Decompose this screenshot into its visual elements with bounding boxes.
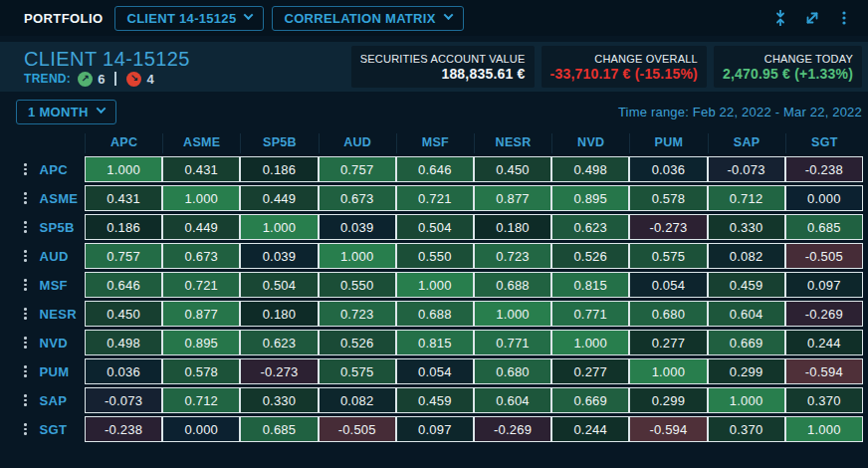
correlation-matrix-table: APCASMESP5BAUDMSFNESRNVDPUMSAPSGT APC1.0… [2, 130, 863, 445]
matrix-row-msf: MSF0.6460.7210.5040.5501.0000.6880.8150.… [2, 272, 863, 298]
matrix-corner-cell [2, 133, 85, 153]
column-header-asme: ASME [162, 133, 240, 153]
correlation-cell-aud-sap: 0.082 [708, 243, 785, 269]
trend-up-icon: ↗ [78, 72, 93, 87]
correlation-cell-nesr-pum: 0.680 [629, 301, 707, 327]
correlation-cell-nvd-nvd: 1.000 [551, 330, 629, 355]
account-stats: SECURITIES ACCOUNT VALUE 188,835.61 € CH… [351, 46, 862, 88]
timeframe-dropdown[interactable]: 1 MONTH [16, 100, 116, 124]
correlation-cell-pum-sgt: -0.594 [785, 358, 863, 384]
correlation-cell-msf-pum: 0.054 [629, 272, 707, 298]
view-selector-dropdown[interactable]: CORRELATION MATRIX [272, 6, 463, 31]
controls-row: 1 MONTH Time range: Feb 22, 2022 - Mar 2… [0, 99, 868, 124]
correlation-cell-sap-nesr: 0.604 [474, 387, 551, 413]
correlation-cell-sap-pum: 0.299 [629, 387, 707, 413]
column-header-apc: APC [85, 133, 162, 153]
row-menu-kebab-icon[interactable] [22, 219, 29, 235]
stat-value: 188,835.61 € [441, 66, 525, 82]
stat-label: SECURITIES ACCOUNT VALUE [360, 53, 526, 65]
chevron-down-icon [443, 10, 453, 20]
row-menu-kebab-icon[interactable] [22, 363, 29, 379]
row-ticker-label: MSF [40, 278, 68, 293]
row-header-sgt: SGT [2, 416, 85, 442]
correlation-cell-msf-sap: 0.459 [708, 272, 785, 298]
correlation-cell-pum-nesr: 0.680 [474, 358, 551, 384]
correlation-cell-sp5b-aud: 0.039 [319, 214, 396, 240]
row-menu-kebab-icon[interactable] [22, 248, 29, 264]
correlation-cell-apc-nesr: 0.450 [474, 156, 551, 182]
client-selector-value: CLIENT 14-15125 [126, 11, 236, 26]
correlation-cell-sgt-pum: -0.594 [629, 416, 707, 442]
correlation-cell-asme-asme: 1.000 [162, 185, 240, 211]
correlation-cell-aud-asme: 0.673 [162, 243, 240, 269]
correlation-cell-sap-msf: 0.459 [396, 387, 474, 413]
correlation-cell-sp5b-sap: 0.330 [708, 214, 785, 240]
row-menu-kebab-icon[interactable] [22, 392, 29, 408]
matrix-row-nvd: NVD0.4980.8950.6230.5260.8150.7711.0000.… [2, 330, 863, 355]
correlation-cell-apc-nvd: 0.498 [551, 156, 629, 182]
correlation-cell-aud-aud: 1.000 [319, 243, 396, 269]
correlation-cell-apc-asme: 0.431 [162, 156, 240, 182]
correlation-cell-nesr-asme: 0.877 [162, 301, 240, 327]
stat-label: CHANGE OVERALL [594, 53, 698, 65]
row-header-nesr: NESR [2, 301, 85, 327]
correlation-cell-asme-sgt: 0.000 [785, 185, 863, 211]
correlation-cell-msf-nesr: 0.688 [474, 272, 551, 298]
row-ticker-label: AUD [40, 249, 69, 264]
correlation-cell-pum-pum: 1.000 [629, 358, 707, 384]
column-header-sgt: SGT [785, 133, 863, 153]
chevron-down-icon [244, 10, 254, 20]
correlation-cell-sp5b-sgt: 0.685 [785, 214, 863, 240]
correlation-cell-aud-msf: 0.550 [396, 243, 474, 269]
row-ticker-label: SGT [40, 422, 68, 437]
correlation-cell-sap-sap: 1.000 [708, 387, 785, 413]
correlation-cell-sp5b-pum: -0.273 [629, 214, 707, 240]
correlation-cell-sgt-nesr: -0.269 [474, 416, 551, 442]
correlation-cell-sgt-asme: 0.000 [162, 416, 240, 442]
row-ticker-label: SAP [40, 393, 68, 408]
correlation-cell-nesr-nesr: 1.000 [474, 301, 551, 327]
kebab-menu-icon[interactable] [832, 6, 856, 30]
correlation-cell-aud-nvd: 0.526 [551, 243, 629, 269]
correlation-cell-aud-pum: 0.575 [629, 243, 707, 269]
column-header-msf: MSF [396, 133, 474, 153]
correlation-cell-msf-msf: 1.000 [396, 272, 474, 298]
column-header-sap: SAP [708, 133, 785, 153]
correlation-cell-msf-sp5b: 0.504 [240, 272, 318, 298]
row-menu-kebab-icon[interactable] [22, 161, 29, 177]
client-block: CLIENT 14-15125 TREND: ↗ 6 ↘ 4 [24, 48, 190, 87]
correlation-cell-apc-msf: 0.646 [396, 156, 474, 182]
stat-value: 2,470.95 € (+1.33%) [723, 66, 853, 82]
correlation-cell-nesr-sap: 0.604 [708, 301, 785, 327]
trend-separator [114, 72, 116, 86]
time-range-text: Time range: Feb 22, 2022 - Mar 22, 2022 [618, 105, 862, 119]
row-menu-kebab-icon[interactable] [22, 277, 29, 293]
matrix-row-apc: APC1.0000.4310.1860.7570.6460.4500.4980.… [2, 156, 863, 182]
correlation-cell-sgt-apc: -0.238 [85, 416, 162, 442]
correlation-cell-msf-sgt: 0.097 [785, 272, 863, 298]
correlation-cell-sp5b-sp5b: 1.000 [240, 214, 318, 240]
correlation-cell-apc-apc: 1.000 [85, 156, 162, 182]
correlation-cell-apc-sp5b: 0.186 [240, 156, 318, 182]
correlation-cell-asme-sp5b: 0.449 [240, 185, 318, 211]
client-selector-dropdown[interactable]: CLIENT 14-15125 [114, 6, 264, 31]
row-menu-kebab-icon[interactable] [22, 335, 29, 351]
correlation-cell-asme-msf: 0.721 [396, 185, 474, 211]
row-menu-kebab-icon[interactable] [22, 190, 29, 206]
correlation-cell-pum-aud: 0.575 [319, 358, 396, 384]
correlation-cell-nvd-aud: 0.526 [319, 330, 396, 355]
collapse-vertical-icon[interactable] [768, 6, 792, 30]
correlation-cell-nvd-nesr: 0.771 [474, 330, 551, 355]
column-header-sp5b: SP5B [240, 133, 318, 153]
correlation-cell-asme-nvd: 0.895 [551, 185, 629, 211]
correlation-cell-pum-sp5b: -0.273 [240, 358, 318, 384]
correlation-cell-nvd-sp5b: 0.623 [240, 330, 318, 355]
correlation-cell-sap-sgt: 0.370 [785, 387, 863, 413]
matrix-row-asme: ASME0.4311.0000.4490.6730.7210.8770.8950… [2, 185, 863, 211]
correlation-cell-asme-sap: 0.712 [708, 185, 785, 211]
expand-diagonal-icon[interactable] [800, 6, 824, 30]
row-menu-kebab-icon[interactable] [22, 421, 29, 437]
correlation-cell-pum-apc: 0.036 [85, 358, 162, 384]
trend-summary: TREND: ↗ 6 ↘ 4 [24, 72, 190, 87]
row-menu-kebab-icon[interactable] [22, 306, 29, 322]
